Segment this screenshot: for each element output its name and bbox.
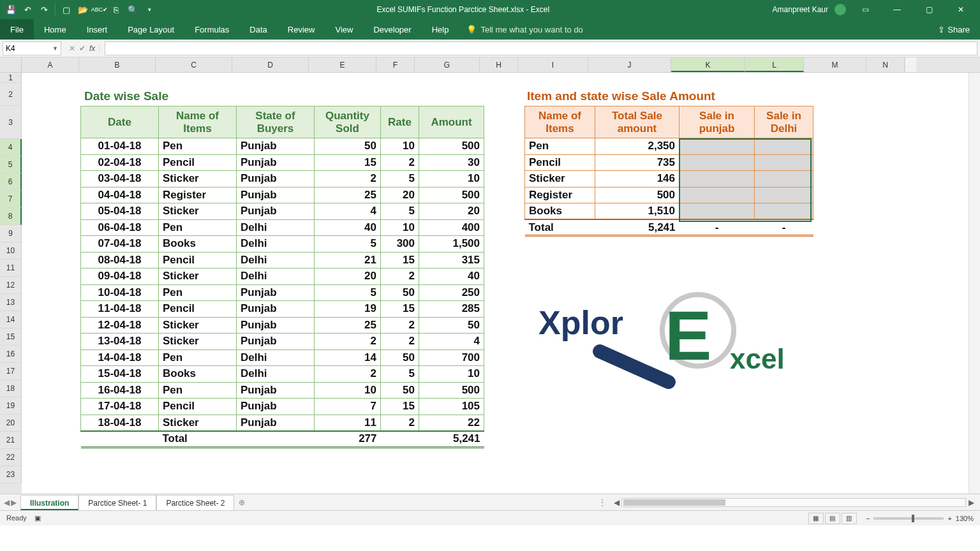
cell[interactable] bbox=[679, 203, 755, 220]
open-icon[interactable]: 📂 bbox=[77, 4, 89, 15]
cell[interactable]: 4 bbox=[315, 203, 381, 220]
cell[interactable]: Pencil bbox=[159, 154, 237, 171]
cell[interactable] bbox=[755, 154, 813, 171]
cell[interactable]: Register bbox=[159, 187, 237, 203]
cell[interactable]: 500 bbox=[419, 187, 484, 203]
cell[interactable]: 5 bbox=[381, 171, 419, 187]
cell[interactable]: 40 bbox=[315, 219, 381, 236]
cell[interactable]: 1,510 bbox=[595, 203, 679, 220]
cell[interactable]: 15 bbox=[381, 399, 419, 415]
cell[interactable]: 16-04-18 bbox=[81, 382, 159, 399]
cell[interactable]: Pen bbox=[159, 219, 237, 236]
cell[interactable]: 2 bbox=[381, 334, 419, 350]
cell[interactable]: Delhi bbox=[237, 219, 315, 236]
cell[interactable]: 735 bbox=[595, 154, 679, 171]
row-header-15[interactable]: 15 bbox=[0, 328, 22, 346]
cell[interactable]: 5 bbox=[381, 366, 419, 383]
cell[interactable]: Sticker bbox=[159, 171, 237, 187]
cell[interactable]: 500 bbox=[419, 382, 484, 399]
cell[interactable]: Register bbox=[525, 187, 595, 203]
row-header-19[interactable]: 19 bbox=[0, 397, 22, 415]
cell[interactable]: 50 bbox=[381, 382, 419, 399]
cell[interactable]: 05-04-18 bbox=[81, 203, 159, 220]
row-header-13[interactable]: 13 bbox=[0, 294, 22, 311]
cell[interactable]: 2 bbox=[381, 415, 419, 431]
cell[interactable]: 5 bbox=[381, 203, 419, 220]
cell[interactable]: 30 bbox=[419, 154, 484, 171]
tab-data[interactable]: Data bbox=[239, 19, 277, 40]
row-header-20[interactable]: 20 bbox=[0, 415, 22, 432]
cell[interactable]: 22 bbox=[419, 415, 484, 431]
new-icon[interactable]: ▢ bbox=[61, 4, 72, 15]
cell[interactable]: 105 bbox=[419, 399, 484, 415]
cell[interactable]: 400 bbox=[419, 219, 484, 236]
cell[interactable]: Delhi bbox=[237, 268, 315, 285]
view-page-layout-icon[interactable]: ▤ bbox=[825, 513, 840, 524]
split-icon[interactable]: ⋮ bbox=[598, 498, 611, 507]
cell[interactable]: Delhi bbox=[237, 252, 315, 268]
cell[interactable]: 250 bbox=[419, 284, 484, 301]
view-normal-icon[interactable]: ▦ bbox=[808, 513, 824, 524]
cell[interactable] bbox=[679, 138, 755, 155]
row-header-22[interactable]: 22 bbox=[0, 449, 22, 466]
zoom-slider[interactable] bbox=[873, 517, 944, 520]
cell[interactable]: Punjab bbox=[237, 171, 315, 187]
col-header-A[interactable]: A bbox=[22, 57, 79, 72]
cell[interactable]: Books bbox=[525, 203, 595, 220]
horizontal-scrollbar[interactable]: ⋮ ◀ ▶ bbox=[249, 498, 980, 507]
cell[interactable]: 2,350 bbox=[595, 138, 679, 155]
col-header-J[interactable]: J bbox=[588, 57, 671, 72]
cell[interactable]: 09-04-18 bbox=[81, 268, 159, 285]
zoom-in-icon[interactable]: + bbox=[947, 515, 951, 522]
cell[interactable]: Delhi bbox=[237, 366, 315, 383]
redo-icon[interactable]: ↷ bbox=[38, 4, 50, 15]
cancel-formula-icon[interactable]: ✕ bbox=[69, 44, 75, 53]
row-header-7[interactable]: 7 bbox=[0, 191, 22, 208]
cell[interactable]: Punjab bbox=[237, 138, 315, 155]
cell[interactable]: Punjab bbox=[237, 399, 315, 415]
cell[interactable]: 500 bbox=[419, 138, 484, 155]
minimize-icon[interactable]: — bbox=[884, 0, 910, 19]
cell[interactable] bbox=[755, 171, 813, 187]
cell[interactable]: 06-04-18 bbox=[81, 219, 159, 236]
col-header-H[interactable]: H bbox=[480, 57, 518, 72]
tab-help[interactable]: Help bbox=[422, 19, 459, 40]
cell[interactable]: Sticker bbox=[525, 171, 595, 187]
col-header-M[interactable]: M bbox=[804, 57, 866, 72]
cell[interactable]: Punjab bbox=[237, 382, 315, 399]
cell[interactable]: 15-04-18 bbox=[81, 366, 159, 383]
col-header-B[interactable]: B bbox=[79, 57, 156, 72]
cell[interactable]: Books bbox=[159, 236, 237, 253]
zoom-value[interactable]: 130% bbox=[956, 515, 974, 522]
zoom-knob[interactable] bbox=[912, 515, 914, 522]
row-header-12[interactable]: 12 bbox=[0, 277, 22, 294]
close-icon[interactable]: ✕ bbox=[948, 0, 974, 19]
cell[interactable]: 10-04-18 bbox=[81, 284, 159, 301]
cell[interactable]: Punjab bbox=[237, 301, 315, 318]
cell[interactable]: 15 bbox=[381, 252, 419, 268]
avatar[interactable] bbox=[835, 4, 846, 15]
undo-icon[interactable]: ↶ bbox=[22, 4, 33, 15]
row-header-2[interactable]: 2 bbox=[0, 83, 22, 106]
cell[interactable]: Pencil bbox=[525, 154, 595, 171]
cell[interactable]: 13-04-18 bbox=[81, 334, 159, 350]
macro-record-icon[interactable]: ▣ bbox=[34, 514, 41, 522]
tab-file[interactable]: File bbox=[0, 19, 34, 40]
cell[interactable]: Sticker bbox=[159, 334, 237, 350]
tab-review[interactable]: Review bbox=[278, 19, 325, 40]
cell[interactable]: 2 bbox=[315, 366, 381, 383]
cell[interactable]: Pencil bbox=[159, 252, 237, 268]
cell[interactable]: 15 bbox=[315, 154, 381, 171]
cell[interactable]: Punjab bbox=[237, 203, 315, 220]
col-header-I[interactable]: I bbox=[518, 57, 588, 72]
row-header-16[interactable]: 16 bbox=[0, 346, 22, 363]
cell[interactable] bbox=[679, 187, 755, 203]
chevron-down-icon[interactable]: ▼ bbox=[52, 45, 58, 52]
tell-me[interactable]: 💡 Tell me what you want to do bbox=[459, 19, 590, 40]
cell[interactable]: 315 bbox=[419, 252, 484, 268]
cell[interactable]: 10 bbox=[419, 171, 484, 187]
sheet-nav-prev-icon[interactable]: ◀ bbox=[4, 498, 10, 507]
cell[interactable]: Books bbox=[159, 366, 237, 383]
cell[interactable]: Sticker bbox=[159, 317, 237, 334]
cell[interactable]: 04-04-18 bbox=[81, 187, 159, 203]
